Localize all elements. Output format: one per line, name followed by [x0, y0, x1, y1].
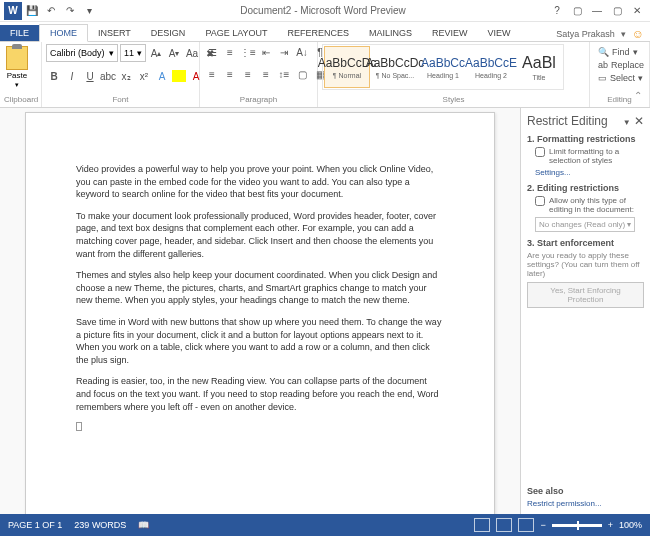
- editing-type-select[interactable]: No changes (Read only)▾: [535, 217, 635, 232]
- word-icon: W: [4, 2, 22, 20]
- web-layout-icon[interactable]: [518, 518, 534, 532]
- align-left-icon[interactable]: ≡: [204, 66, 220, 82]
- restrict-permission-link[interactable]: Restrict permission...: [527, 499, 644, 508]
- align-right-icon[interactable]: ≡: [240, 66, 256, 82]
- strikethrough-button[interactable]: abc: [100, 68, 116, 84]
- highlight-icon[interactable]: [172, 70, 186, 82]
- undo-icon[interactable]: ↶: [42, 2, 60, 20]
- paragraph[interactable]: Reading is easier, too, in the new Readi…: [76, 375, 444, 413]
- paragraph[interactable]: Save time in Word with new buttons that …: [76, 316, 444, 366]
- statusbar: PAGE 1 OF 1 239 WORDS 📖 − + 100%: [0, 514, 650, 536]
- zoom-out-icon[interactable]: −: [540, 520, 545, 530]
- paragraph[interactable]: To make your document look professionall…: [76, 210, 444, 260]
- chevron-down-icon: ▾: [627, 220, 631, 229]
- tab-view[interactable]: VIEW: [478, 25, 521, 41]
- style-heading2[interactable]: AaBbCcEHeading 2: [468, 46, 514, 88]
- style-title[interactable]: AaBlTitle: [516, 46, 562, 88]
- word-count[interactable]: 239 WORDS: [74, 520, 126, 530]
- proofing-icon[interactable]: 📖: [138, 520, 149, 530]
- change-case-icon[interactable]: Aa: [184, 45, 200, 61]
- paragraph[interactable]: Themes and styles also help keep your do…: [76, 269, 444, 307]
- allow-editing-check[interactable]: Allow only this type of editing in the d…: [527, 196, 644, 214]
- select-button[interactable]: ▭Select ▾: [596, 72, 643, 84]
- panel-close-icon[interactable]: ✕: [634, 114, 644, 128]
- page-indicator[interactable]: PAGE 1 OF 1: [8, 520, 62, 530]
- enforcement-text: Are you ready to apply these settings? (…: [527, 251, 644, 278]
- save-icon[interactable]: 💾: [23, 2, 41, 20]
- tab-pagelayout[interactable]: PAGE LAYOUT: [195, 25, 277, 41]
- paste-button[interactable]: Paste ▾: [4, 44, 30, 91]
- ribbon-tabs: FILE HOME INSERT DESIGN PAGE LAYOUT REFE…: [0, 22, 650, 42]
- font-name-select[interactable]: Calibri (Body)▾: [46, 44, 118, 62]
- shading-icon[interactable]: ▢: [294, 66, 310, 82]
- underline-button[interactable]: U: [82, 68, 98, 84]
- line-spacing-icon[interactable]: ↕≡: [276, 66, 292, 82]
- styles-gallery[interactable]: AaBbCcDc¶ Normal AaBbCcDc¶ No Spac... Aa…: [322, 44, 564, 90]
- limit-formatting-check[interactable]: Limit formatting to a selection of style…: [527, 147, 644, 165]
- replace-button[interactable]: abReplace: [596, 59, 643, 71]
- font-size-select[interactable]: 11▾: [120, 44, 146, 62]
- find-button[interactable]: 🔍Find ▾: [596, 46, 643, 58]
- panel-options-icon[interactable]: ▼: [623, 118, 631, 127]
- feedback-icon[interactable]: ☺: [632, 27, 644, 41]
- paste-label: Paste: [7, 71, 27, 80]
- ribbon-options-icon[interactable]: ▢: [568, 2, 586, 20]
- ribbon: Paste ▾ Clipboard Calibri (Body)▾ 11▾ A▴…: [0, 42, 650, 108]
- paragraph-group-label: Paragraph: [204, 95, 313, 105]
- tab-file[interactable]: FILE: [0, 25, 39, 41]
- close-icon[interactable]: ✕: [628, 2, 646, 20]
- numbering-icon[interactable]: ≡: [222, 44, 238, 60]
- minimize-icon[interactable]: —: [588, 2, 606, 20]
- zoom-in-icon[interactable]: +: [608, 520, 613, 530]
- styles-group-label: Styles: [322, 95, 585, 105]
- italic-button[interactable]: I: [64, 68, 80, 84]
- help-icon[interactable]: ?: [548, 2, 566, 20]
- read-mode-icon[interactable]: [474, 518, 490, 532]
- subscript-button[interactable]: x₂: [118, 68, 134, 84]
- bullets-icon[interactable]: ☰: [204, 44, 220, 60]
- justify-icon[interactable]: ≡: [258, 66, 274, 82]
- align-center-icon[interactable]: ≡: [222, 66, 238, 82]
- titlebar: W 💾 ↶ ↷ ▾ Document2 - Microsoft Word Pre…: [0, 0, 650, 22]
- tab-mailings[interactable]: MAILINGS: [359, 25, 422, 41]
- panel-title: Restrict Editing: [527, 114, 608, 128]
- cursor-icon: [76, 422, 82, 431]
- start-enforcing-button[interactable]: Yes, Start Enforcing Protection: [527, 282, 644, 308]
- section-formatting: 1. Formatting restrictions: [527, 134, 644, 144]
- shrink-font-icon[interactable]: A▾: [166, 45, 182, 61]
- decrease-indent-icon[interactable]: ⇤: [258, 44, 274, 60]
- qat-customize-icon[interactable]: ▾: [80, 2, 98, 20]
- font-group-label: Font: [46, 95, 195, 105]
- paste-dropdown-icon[interactable]: ▾: [15, 81, 19, 89]
- text-effects-icon[interactable]: A: [154, 68, 170, 84]
- document-area[interactable]: Video provides a powerful way to help yo…: [0, 108, 520, 514]
- superscript-button[interactable]: x²: [136, 68, 152, 84]
- tab-home[interactable]: HOME: [39, 24, 88, 42]
- collapse-ribbon-icon[interactable]: ⌃: [634, 90, 642, 101]
- redo-icon[interactable]: ↷: [61, 2, 79, 20]
- document-page[interactable]: Video provides a powerful way to help yo…: [25, 112, 495, 514]
- tab-references[interactable]: REFERENCES: [278, 25, 360, 41]
- increase-indent-icon[interactable]: ⇥: [276, 44, 292, 60]
- sort-icon[interactable]: A↓: [294, 44, 310, 60]
- user-dropdown-icon[interactable]: ▾: [621, 29, 626, 39]
- main-area: Video provides a powerful way to help yo…: [0, 108, 650, 514]
- zoom-level[interactable]: 100%: [619, 520, 642, 530]
- window-title: Document2 - Microsoft Word Preview: [98, 5, 548, 16]
- maximize-icon[interactable]: ▢: [608, 2, 626, 20]
- clipboard-group-label: Clipboard: [4, 95, 37, 105]
- tab-review[interactable]: REVIEW: [422, 25, 478, 41]
- bold-button[interactable]: B: [46, 68, 62, 84]
- style-heading1[interactable]: AaBbCcHeading 1: [420, 46, 466, 88]
- tab-insert[interactable]: INSERT: [88, 25, 141, 41]
- user-name[interactable]: Satya Prakash: [556, 29, 615, 39]
- style-normal[interactable]: AaBbCcDc¶ Normal: [324, 46, 370, 88]
- zoom-slider[interactable]: [552, 524, 602, 527]
- style-nospacing[interactable]: AaBbCcDc¶ No Spac...: [372, 46, 418, 88]
- grow-font-icon[interactable]: A▴: [148, 45, 164, 61]
- paragraph[interactable]: Video provides a powerful way to help yo…: [76, 163, 444, 201]
- tab-design[interactable]: DESIGN: [141, 25, 196, 41]
- print-layout-icon[interactable]: [496, 518, 512, 532]
- settings-link[interactable]: Settings...: [527, 168, 644, 177]
- multilevel-icon[interactable]: ⋮≡: [240, 44, 256, 60]
